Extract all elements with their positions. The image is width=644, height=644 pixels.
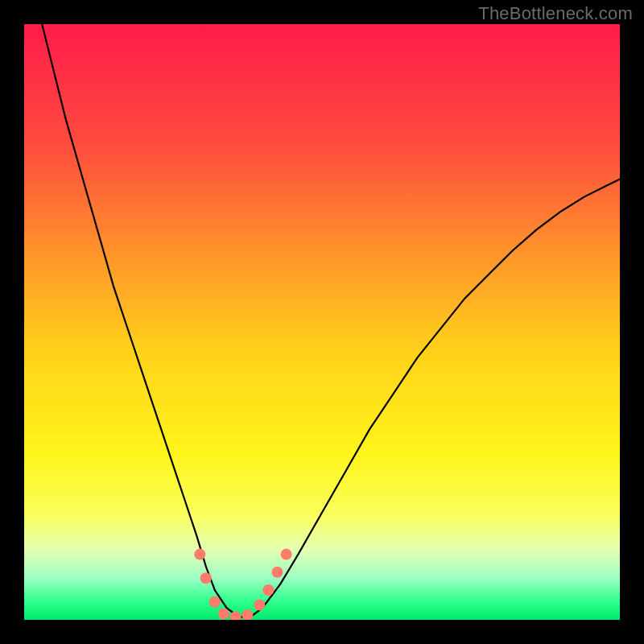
marker-point (209, 597, 221, 608)
watermark-text: TheBottleneck.com (478, 3, 633, 24)
marker-point (242, 609, 254, 620)
bottleneck-curve (42, 24, 620, 617)
chart-frame: TheBottleneck.com (0, 0, 644, 644)
marker-point (200, 572, 212, 584)
highlight-markers (194, 549, 291, 620)
marker-point (262, 584, 274, 596)
chart-svg (24, 24, 620, 620)
marker-point (194, 549, 205, 560)
marker-point (254, 600, 265, 611)
plot-area (24, 24, 620, 620)
marker-point (272, 567, 283, 578)
marker-point (281, 549, 292, 560)
marker-point (218, 609, 229, 620)
